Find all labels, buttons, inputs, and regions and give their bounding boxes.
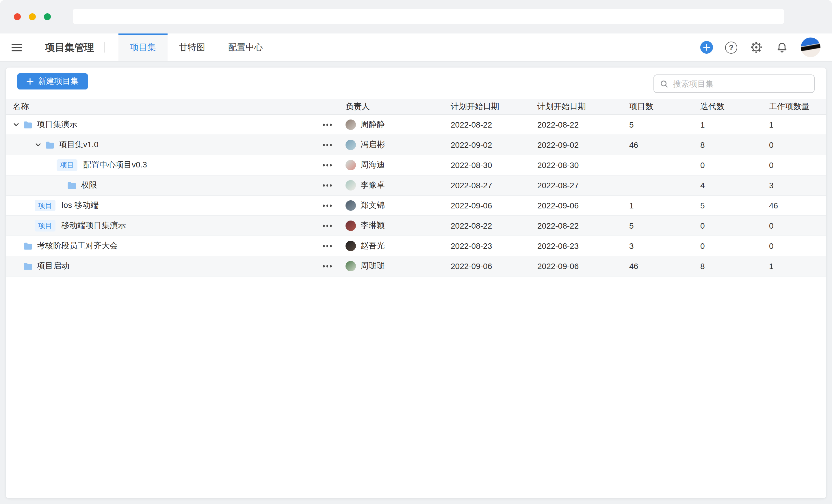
table-row[interactable]: 项目启动 周琎琎 2022-09-06 2022-09-06 46 8 1 [6, 256, 826, 277]
column-header-2: 计划开始日期 [451, 102, 537, 112]
iteration-count-cell: 8 [700, 261, 769, 271]
more-actions-button[interactable] [321, 142, 333, 148]
more-actions-button[interactable] [321, 182, 333, 189]
project-count-cell: 46 [629, 140, 700, 149]
table-row[interactable]: 项目集演示 周静静 2022-08-22 2022-08-22 5 1 1 [6, 115, 826, 135]
row-name-label: Ios 移动端 [61, 200, 99, 211]
iteration-count-cell: 5 [700, 201, 769, 210]
column-header-4: 项目数 [629, 102, 700, 112]
chevron-down-icon[interactable] [35, 141, 45, 148]
content-card: 新建项目集 名称负责人计划开始日期计划开始日期项目数迭代数工作项数量 项目集演示 [6, 67, 826, 498]
plan-start-date-2-cell: 2022-08-23 [537, 241, 629, 251]
project-count-cell: 3 [629, 241, 700, 251]
iteration-count-cell: 0 [700, 161, 769, 170]
avatar [345, 200, 356, 211]
folder-icon [45, 141, 54, 149]
more-actions-button[interactable] [321, 162, 333, 169]
projectset-table: 名称负责人计划开始日期计划开始日期项目数迭代数工作项数量 项目集演示 周静静 2… [6, 99, 826, 277]
iteration-count-cell: 0 [700, 241, 769, 251]
owner-name: 郑文锦 [361, 200, 385, 211]
column-header-5: 迭代数 [700, 102, 769, 112]
iteration-count-cell: 4 [700, 181, 769, 190]
plan-start-date-2-cell: 2022-08-22 [537, 120, 629, 129]
owner-cell: 赵吾光 [345, 241, 451, 251]
plan-start-date-cell: 2022-08-22 [451, 120, 537, 129]
avatar [345, 221, 356, 231]
avatar [345, 140, 356, 150]
table-row[interactable]: 考核阶段员工对齐大会 赵吾光 2022-08-23 2022-08-23 3 0… [6, 236, 826, 256]
folder-icon [67, 181, 76, 189]
iteration-count-cell: 1 [700, 120, 769, 129]
project-count-cell: 5 [629, 120, 700, 129]
window-minimize-button[interactable] [29, 13, 36, 20]
window-zoom-button[interactable] [44, 13, 51, 20]
name-cell: 项目集演示 [6, 115, 345, 135]
avatar [345, 241, 356, 251]
address-bar[interactable] [73, 9, 784, 24]
plan-start-date-cell: 2022-08-30 [451, 161, 537, 170]
name-cell: 项目 配置中心项目v0.3 [6, 155, 345, 175]
header-actions: ? [700, 33, 832, 61]
tab-0[interactable]: 项目集 [119, 33, 167, 61]
owner-cell: 周海迪 [345, 160, 451, 170]
tab-1[interactable]: 甘特图 [167, 33, 217, 61]
traffic-lights [14, 13, 51, 20]
plan-start-date-2-cell: 2022-09-06 [537, 201, 629, 210]
name-cell: 考核阶段员工对齐大会 [6, 236, 345, 256]
tab-bar: 项目集甘特图配置中心 [119, 33, 275, 61]
window-close-button[interactable] [14, 13, 21, 20]
table-row[interactable]: 项目 Ios 移动端 郑文锦 2022-09-06 2022-09-06 1 5… [6, 196, 826, 216]
create-button[interactable] [700, 41, 713, 54]
user-avatar[interactable] [801, 37, 821, 57]
owner-name: 周静静 [361, 119, 385, 130]
window-titlebar [0, 0, 832, 33]
folder-icon [23, 262, 32, 270]
table-row[interactable]: 项目 配置中心项目v0.3 周海迪 2022-08-30 2022-08-30 … [6, 155, 826, 175]
row-name-label: 项目集演示 [37, 119, 77, 130]
chevron-down-icon[interactable] [13, 121, 23, 128]
avatar [345, 160, 356, 170]
search-input[interactable] [673, 79, 814, 88]
table-body: 项目集演示 周静静 2022-08-22 2022-08-22 5 1 1 项目… [6, 115, 826, 277]
row-name-label: 项目启动 [37, 261, 69, 271]
table-row[interactable]: 项目 移动端项目集演示 李琳颖 2022-08-22 2022-08-22 5 … [6, 216, 826, 236]
settings-gear-icon[interactable] [749, 40, 763, 54]
more-actions-button[interactable] [321, 121, 333, 128]
plan-start-date-cell: 2022-08-22 [451, 221, 537, 230]
name-cell: 项目 移动端项目集演示 [6, 216, 345, 235]
plan-start-date-cell: 2022-09-06 [451, 201, 537, 210]
work-item-count-cell: 46 [769, 201, 826, 210]
owner-cell: 周琎琎 [345, 261, 451, 271]
plan-start-date-cell: 2022-09-02 [451, 140, 537, 149]
new-projectset-button-label: 新建项目集 [38, 76, 79, 87]
owner-cell: 周静静 [345, 119, 451, 130]
help-icon[interactable]: ? [725, 41, 737, 53]
new-projectset-button[interactable]: 新建项目集 [17, 73, 88, 89]
tab-2[interactable]: 配置中心 [217, 33, 275, 61]
project-count-cell: 5 [629, 221, 700, 230]
avatar [345, 180, 356, 191]
table-row[interactable]: 项目集v1.0 冯启彬 2022-09-02 2022-09-02 46 8 0 [6, 135, 826, 155]
divider [32, 42, 32, 53]
search-icon [660, 79, 669, 88]
owner-cell: 李琳颖 [345, 221, 451, 231]
row-name-label: 移动端项目集演示 [61, 221, 126, 231]
notification-bell-icon[interactable] [775, 41, 789, 54]
column-header-3: 计划开始日期 [537, 102, 629, 112]
work-item-count-cell: 3 [769, 181, 826, 190]
more-actions-button[interactable] [321, 243, 333, 249]
avatar [345, 261, 356, 271]
page-title: 项目集管理 [45, 41, 94, 54]
menu-icon[interactable] [11, 44, 22, 51]
more-actions-button[interactable] [321, 263, 333, 270]
row-name-label: 项目集v1.0 [59, 140, 99, 150]
plan-start-date-cell: 2022-09-06 [451, 261, 537, 271]
plan-start-date-2-cell: 2022-09-06 [537, 261, 629, 271]
table-row[interactable]: 权限 李豫卓 2022-08-27 2022-08-27 4 3 [6, 175, 826, 196]
work-item-count-cell: 0 [769, 221, 826, 230]
search-box [653, 75, 815, 93]
work-item-count-cell: 0 [769, 241, 826, 251]
more-actions-button[interactable] [321, 202, 333, 209]
row-name-label: 考核阶段员工对齐大会 [37, 241, 118, 251]
more-actions-button[interactable] [321, 223, 333, 229]
